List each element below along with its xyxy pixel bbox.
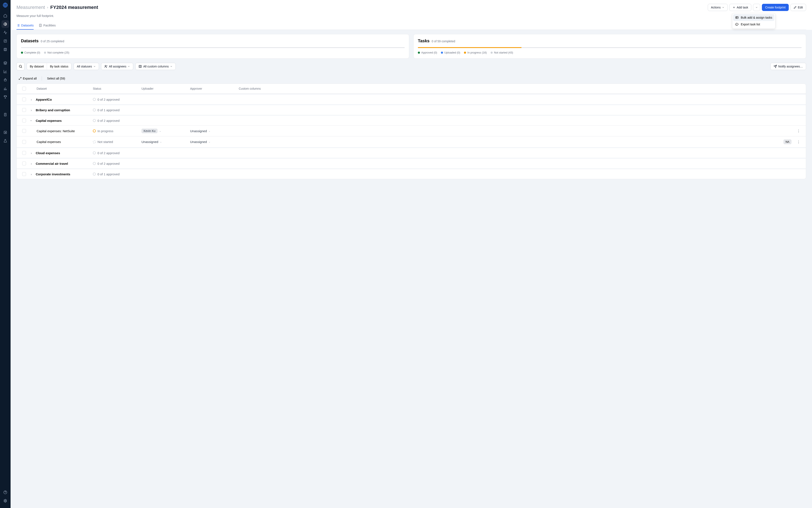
table-icon	[735, 16, 739, 19]
breadcrumb-current: FY2024 measurement	[50, 5, 98, 10]
notify-assignees-button[interactable]: Notify assignees…	[770, 63, 806, 70]
nav-lab-icon[interactable]	[1, 137, 9, 145]
svg-point-11	[105, 66, 106, 67]
svg-rect-8	[736, 16, 738, 18]
nav-form-icon[interactable]	[1, 37, 9, 45]
col-approver: Approver	[190, 87, 239, 90]
edit-button[interactable]: Edit	[790, 4, 806, 11]
app-sidebar	[0, 0, 10, 508]
nav-help-icon[interactable]	[1, 489, 9, 496]
uploader-select[interactable]: Kevin Ku⌄	[141, 129, 161, 133]
nav-layers-icon[interactable]	[1, 59, 9, 67]
by-task-status-toggle[interactable]: By task status	[47, 63, 71, 70]
datasets-card: Datasets 0 of 25 completed Complete (0) …	[16, 34, 409, 58]
page-subtitle: Measure your full footprint.	[16, 14, 806, 17]
tab-facilities-label: Facilities	[43, 24, 56, 27]
nav-data-icon[interactable]	[1, 46, 9, 53]
search-button[interactable]	[16, 62, 25, 71]
row-checkbox[interactable]	[22, 129, 26, 133]
table-row: ›Corporate investments 0 of 1 approved	[17, 168, 806, 179]
nav-building-icon[interactable]	[1, 111, 9, 119]
download-cloud-icon	[735, 23, 739, 26]
chevron-right-icon[interactable]: ›	[29, 162, 33, 165]
actions-button[interactable]: Actions	[708, 4, 728, 11]
nav-trophy-icon[interactable]	[1, 93, 9, 101]
uploader-select[interactable]: Unassigned⌄	[141, 140, 162, 143]
chevron-right-icon: ›	[47, 5, 48, 9]
nav-home-icon[interactable]	[1, 12, 9, 19]
page-header: Measurement › FY2024 measurement Actions…	[10, 0, 812, 30]
chevron-down-icon	[722, 6, 724, 9]
list-icon	[16, 24, 20, 27]
approver-select[interactable]: Unassigned⌄	[190, 140, 210, 143]
building-icon	[39, 24, 42, 27]
row-checkbox[interactable]	[22, 162, 26, 165]
select-all-checkbox[interactable]	[22, 87, 26, 90]
content-area: Datasets 0 of 25 completed Complete (0) …	[10, 30, 812, 508]
status-ring-icon	[93, 173, 96, 175]
add-task-dropdown: Bulk add & assign tasks Export task list	[732, 13, 775, 29]
table-row: ›ApparelCo 0 of 2 approved	[17, 94, 806, 104]
row-checkbox[interactable]	[22, 151, 26, 155]
approver-select[interactable]: Unassigned⌄	[190, 129, 210, 133]
row-checkbox[interactable]	[22, 97, 26, 101]
nav-measurement-icon[interactable]	[1, 20, 9, 28]
tab-datasets[interactable]: Datasets	[16, 22, 34, 30]
send-icon	[773, 65, 777, 68]
tab-facilities[interactable]: Facilities	[39, 22, 56, 30]
row-menu-button[interactable]: ⋮	[793, 140, 804, 144]
table-row: ›Cloud expenses 0 of 2 approved	[17, 147, 806, 158]
breadcrumb-parent[interactable]: Measurement	[16, 5, 45, 10]
columns-filter[interactable]: All custom columns	[135, 63, 176, 70]
chevron-right-icon[interactable]: ›	[29, 172, 33, 176]
row-checkbox[interactable]	[22, 172, 26, 176]
row-checkbox[interactable]	[22, 119, 26, 122]
chevron-down-icon[interactable]: ›	[30, 119, 33, 122]
row-checkbox[interactable]	[22, 108, 26, 112]
status-ring-icon	[93, 152, 96, 155]
svg-point-10	[19, 65, 22, 68]
status-ring-icon	[93, 119, 96, 122]
by-dataset-toggle[interactable]: By dataset	[27, 63, 47, 70]
assignee-filter[interactable]: All assignees	[101, 63, 133, 70]
create-footprint-button[interactable]: Create footprint	[762, 4, 789, 11]
nav-basket-icon[interactable]	[1, 76, 9, 84]
svg-point-7	[5, 500, 6, 501]
table-row: Capital expenses Not started Unassigned⌄…	[17, 136, 806, 147]
legend-not-started: Not started (43)	[490, 51, 513, 54]
table-actions: Expand all Select all (59)	[16, 73, 806, 84]
chevron-down-icon	[755, 6, 758, 9]
legend-uploaded: Uploaded (0)	[441, 51, 460, 54]
nav-activity-icon[interactable]	[1, 29, 9, 36]
chevron-down-icon	[93, 65, 96, 68]
svg-rect-3	[4, 48, 7, 51]
header-actions: Actions Add task Create footprint Edit	[708, 4, 806, 11]
datasets-progress	[21, 47, 405, 48]
chevron-down-icon: ⌄	[160, 140, 162, 143]
status-ring-icon	[93, 109, 96, 112]
chevron-right-icon[interactable]: ›	[29, 108, 33, 112]
nav-report-icon[interactable]	[1, 129, 9, 136]
custom-column-chip: NA	[783, 139, 792, 144]
chevron-down-icon	[170, 65, 173, 68]
select-all-action[interactable]: Select all (59)	[47, 77, 65, 80]
export-task-item[interactable]: Export task list	[733, 21, 774, 28]
nav-settings-icon[interactable]	[1, 497, 9, 505]
status-ring-icon	[93, 162, 96, 165]
expand-all-action[interactable]: Expand all	[18, 77, 37, 80]
chevron-right-icon[interactable]: ›	[29, 151, 33, 155]
add-task-more-button[interactable]	[753, 4, 760, 11]
tasks-card-sub: 0 of 59 completed	[432, 40, 455, 43]
bulk-add-item[interactable]: Bulk add & assign tasks	[733, 14, 774, 21]
expand-icon	[18, 77, 22, 80]
status-filter[interactable]: All statuses	[74, 63, 99, 70]
chevron-right-icon[interactable]: ›	[29, 98, 33, 101]
nav-chart-icon[interactable]	[1, 68, 9, 75]
row-checkbox[interactable]	[22, 140, 26, 144]
table-header: Dataset Status Uploader Approver Custom …	[17, 84, 806, 94]
status-ring-icon	[93, 98, 96, 101]
add-task-button[interactable]: Add task	[729, 4, 751, 11]
row-menu-button[interactable]: ⋮	[793, 129, 804, 133]
nav-finance-icon[interactable]	[1, 85, 9, 92]
chevron-down-icon: ⌄	[159, 130, 161, 132]
